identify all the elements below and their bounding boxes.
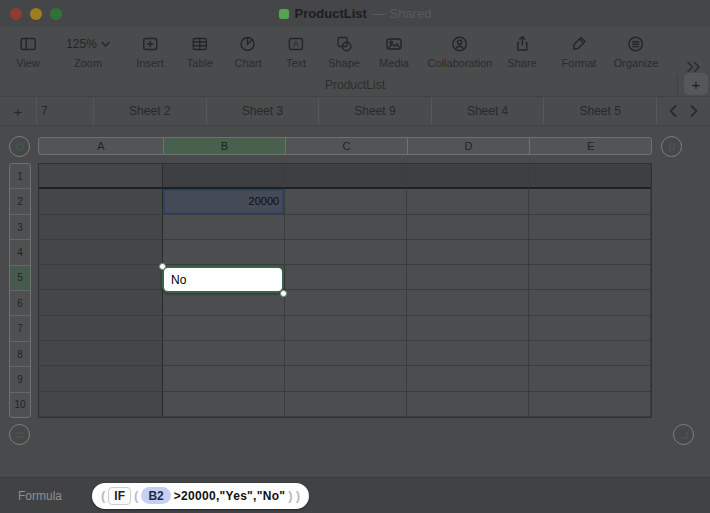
cell-c5[interactable] <box>285 265 407 290</box>
organize-button[interactable]: Organize <box>614 33 659 69</box>
sheet-tab-7[interactable]: 7 <box>36 97 93 125</box>
cell-e2[interactable] <box>529 189 651 214</box>
table-select-handle[interactable] <box>9 136 30 157</box>
zoom-window-button[interactable] <box>50 8 62 20</box>
row-header-7[interactable]: 7 <box>10 315 30 340</box>
prev-sheet-icon[interactable] <box>668 104 678 118</box>
cell-a10[interactable] <box>39 392 163 417</box>
add-sheet-button[interactable]: + <box>0 97 36 125</box>
row-header-10[interactable]: 10 <box>10 392 30 417</box>
cell-d3[interactable] <box>407 215 530 240</box>
cell-d2[interactable] <box>407 189 530 214</box>
close-button[interactable] <box>10 8 22 20</box>
editing-cell-b5[interactable]: No <box>162 266 284 293</box>
cell-d1[interactable] <box>407 164 530 189</box>
cell-c4[interactable] <box>285 240 407 265</box>
insert-button[interactable]: Insert <box>136 33 164 69</box>
formula-token-func[interactable]: IF <box>108 487 131 505</box>
media-button[interactable]: Media <box>379 33 409 69</box>
formula-token-paren[interactable]: ( <box>134 488 138 503</box>
add-row-handle[interactable] <box>9 424 30 445</box>
cell-b3[interactable] <box>163 215 286 240</box>
cell-b2[interactable]: 20000 <box>163 189 286 214</box>
share-button[interactable]: Share <box>507 33 536 69</box>
cell-a3[interactable] <box>39 215 163 240</box>
cell-b1[interactable] <box>163 164 286 189</box>
cell-c10[interactable] <box>285 392 407 417</box>
cell-e7[interactable] <box>529 316 651 341</box>
cell-e1[interactable] <box>529 164 651 189</box>
next-sheet-icon[interactable] <box>689 104 699 118</box>
cell-e5[interactable] <box>529 265 651 290</box>
cell-d5[interactable] <box>407 265 530 290</box>
sheet-tab-sheet-3[interactable]: Sheet 3 <box>206 97 319 125</box>
column-header-e[interactable]: E <box>529 138 651 154</box>
cell-a8[interactable] <box>39 341 163 366</box>
formula-token-paren[interactable]: ( <box>101 488 105 503</box>
add-button[interactable]: + <box>684 73 708 95</box>
cell-b4[interactable] <box>163 240 286 265</box>
formula-token-text[interactable]: >20000,"Yes","No" <box>174 489 286 503</box>
formula-token-paren[interactable]: ) <box>288 488 292 503</box>
cell-a1[interactable] <box>39 164 163 189</box>
cell-d4[interactable] <box>407 240 530 265</box>
row-header-3[interactable]: 3 <box>10 214 30 239</box>
sheet-tab-sheet-4[interactable]: Sheet 4 <box>431 97 544 125</box>
text-button[interactable]: A Text <box>286 33 306 69</box>
cell-e10[interactable] <box>529 392 651 417</box>
cell-b6[interactable] <box>163 290 286 315</box>
table-button[interactable]: Table <box>187 33 213 69</box>
minimize-button[interactable] <box>30 8 42 20</box>
shape-button[interactable]: Shape <box>328 33 360 69</box>
cell-d9[interactable] <box>407 366 530 391</box>
cell-e9[interactable] <box>529 366 651 391</box>
cell-c9[interactable] <box>285 366 407 391</box>
cell-d10[interactable] <box>407 392 530 417</box>
cell-c7[interactable] <box>285 316 407 341</box>
cell-b7[interactable] <box>163 316 286 341</box>
column-header-d[interactable]: D <box>407 138 530 154</box>
cell-b10[interactable] <box>163 392 286 417</box>
row-header-1[interactable]: 1 <box>10 164 30 188</box>
column-header-a[interactable]: A <box>39 138 163 154</box>
row-header-5[interactable]: 5 <box>10 265 30 290</box>
row-header-6[interactable]: 6 <box>10 290 30 315</box>
format-button[interactable]: Format <box>562 33 597 69</box>
view-button[interactable]: View <box>16 33 40 69</box>
cell-e4[interactable] <box>529 240 651 265</box>
formula-editor[interactable]: (IF(B2>20000,"Yes","No")) <box>92 483 309 509</box>
formula-token-paren[interactable]: ) <box>296 488 300 503</box>
selection-handle-top-left[interactable] <box>159 263 166 270</box>
selection-handle-bottom-right[interactable] <box>280 290 287 297</box>
cell-e6[interactable] <box>529 290 651 315</box>
cell-a5[interactable] <box>39 265 163 290</box>
add-column-handle[interactable] <box>661 136 682 157</box>
cell-c1[interactable] <box>285 164 407 189</box>
cell-b8[interactable] <box>163 341 286 366</box>
row-header-9[interactable]: 9 <box>10 366 30 391</box>
cell-d7[interactable] <box>407 316 530 341</box>
collaboration-button[interactable]: Collaboration <box>428 33 493 69</box>
cell-d6[interactable] <box>407 290 530 315</box>
table-resize-handle[interactable] <box>673 424 694 445</box>
cell-a4[interactable] <box>39 240 163 265</box>
cell-a6[interactable] <box>39 290 163 315</box>
sheet-tab-sheet-9[interactable]: Sheet 9 <box>318 97 431 125</box>
row-header-2[interactable]: 2 <box>10 188 30 213</box>
cell-a2[interactable] <box>39 189 163 214</box>
cell-c8[interactable] <box>285 341 407 366</box>
row-header-8[interactable]: 8 <box>10 341 30 366</box>
formula-token-ref[interactable]: B2 <box>141 487 170 504</box>
cell-e8[interactable] <box>529 341 651 366</box>
cell-e3[interactable] <box>529 215 651 240</box>
cell-a7[interactable] <box>39 316 163 341</box>
row-header-4[interactable]: 4 <box>10 239 30 264</box>
cell-c2[interactable] <box>285 189 407 214</box>
cell-d8[interactable] <box>407 341 530 366</box>
column-header-b[interactable]: B <box>163 138 286 154</box>
chart-button[interactable]: Chart <box>235 33 262 69</box>
zoom-control[interactable]: 125% Zoom <box>66 33 110 69</box>
cell-c3[interactable] <box>285 215 407 240</box>
cell-a9[interactable] <box>39 366 163 391</box>
cell-b9[interactable] <box>163 366 286 391</box>
